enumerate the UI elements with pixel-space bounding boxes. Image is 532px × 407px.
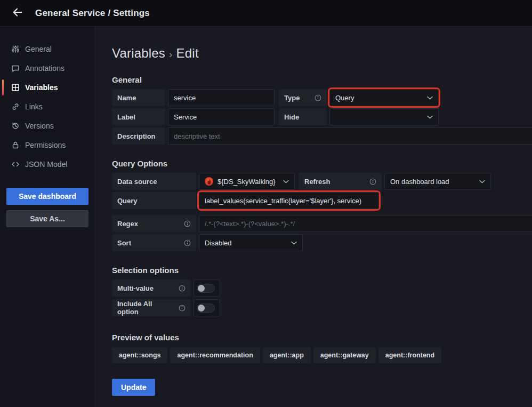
name-type-row: Name service Type Query bbox=[112, 89, 532, 106]
query-input[interactable]: label_values(service_traffic{layer='$lay… bbox=[199, 192, 379, 209]
page-title: General Service / Settings bbox=[35, 8, 150, 19]
multi-value-row: Multi-value bbox=[112, 280, 532, 297]
sidebar-item-links[interactable]: Links bbox=[0, 97, 95, 116]
name-input[interactable]: service bbox=[168, 89, 275, 106]
info-icon bbox=[179, 285, 186, 292]
sidebar-item-label: JSON Model bbox=[25, 160, 67, 169]
include-all-label: Include All option bbox=[112, 299, 191, 316]
breadcrumb-separator: › bbox=[165, 49, 176, 60]
datasource-select[interactable]: ${DS_SkyWalking} bbox=[199, 173, 295, 190]
datasource-refresh-row: Data source ${DS_SkyWalking} Refresh On … bbox=[112, 173, 532, 190]
grid-icon bbox=[11, 83, 20, 92]
type-select[interactable]: Query bbox=[329, 89, 439, 106]
description-label: Description bbox=[112, 127, 165, 145]
label-label: Label bbox=[112, 108, 165, 125]
sidebar-item-label: Annotations bbox=[25, 64, 65, 73]
preview-values: agent::songs agent::recommendation agent… bbox=[112, 347, 532, 363]
update-button[interactable]: Update bbox=[112, 379, 155, 396]
link-icon bbox=[11, 102, 20, 111]
sidebar-item-general[interactable]: General bbox=[0, 39, 95, 59]
sidebar-item-label: Variables bbox=[25, 83, 58, 92]
multi-value-label: Multi-value bbox=[112, 280, 191, 297]
sidebar-item-annotations[interactable]: Annotations bbox=[0, 59, 95, 78]
include-all-toggle[interactable] bbox=[194, 299, 220, 316]
sidebar-item-permissions[interactable]: Permissions bbox=[0, 135, 95, 155]
arrow-left-icon bbox=[12, 6, 23, 20]
back-button[interactable] bbox=[10, 5, 26, 21]
sidebar-item-label: Permissions bbox=[25, 141, 66, 149]
hide-label: Hide bbox=[279, 108, 327, 125]
description-row: Description descriptive text bbox=[112, 127, 532, 145]
refresh-select[interactable]: On dashboard load bbox=[384, 173, 491, 190]
breadcrumb-section[interactable]: Variables bbox=[112, 46, 165, 60]
chevron-down-icon bbox=[291, 241, 297, 245]
include-all-row: Include All option bbox=[112, 299, 532, 316]
refresh-label: Refresh bbox=[299, 173, 382, 190]
chevron-down-icon bbox=[479, 180, 485, 183]
chevron-down-icon bbox=[427, 115, 433, 119]
regex-input[interactable]: /.*-(?<text>.*)-(?<value>.*)-.*/ bbox=[199, 215, 532, 232]
chevron-down-icon bbox=[427, 96, 433, 100]
regex-label: Regex bbox=[112, 215, 196, 232]
breadcrumb-page: Edit bbox=[176, 46, 199, 60]
query-row: Query label_values(service_traffic{layer… bbox=[112, 192, 532, 209]
description-input[interactable]: descriptive text bbox=[168, 127, 532, 145]
sidebar-item-versions[interactable]: Versions bbox=[0, 116, 95, 135]
info-icon bbox=[184, 220, 191, 227]
regex-row: Regex /.*-(?<text>.*)-(?<value>.*)-.*/ bbox=[112, 215, 532, 232]
sidebar-item-label: Versions bbox=[25, 122, 54, 130]
chevron-down-icon bbox=[283, 180, 289, 183]
type-label: Type bbox=[279, 89, 327, 106]
lock-icon bbox=[11, 141, 20, 149]
name-label: Name bbox=[112, 89, 165, 106]
label-hide-row: Label Service Hide bbox=[112, 108, 532, 125]
general-section-title: General bbox=[112, 75, 532, 84]
page-header: General Service / Settings bbox=[0, 0, 532, 27]
hide-select[interactable] bbox=[329, 108, 439, 125]
preview-value-chip: agent::recommendation bbox=[170, 347, 260, 363]
info-icon bbox=[184, 240, 191, 246]
active-indicator bbox=[2, 79, 4, 95]
comment-icon bbox=[11, 64, 20, 73]
sidebar-item-label: General bbox=[25, 45, 52, 53]
info-icon bbox=[179, 305, 186, 312]
settings-sidebar: General Annotations Variables Links bbox=[0, 27, 95, 407]
skywalking-datasource-icon bbox=[205, 177, 213, 186]
preview-value-chip: agent::songs bbox=[112, 347, 167, 363]
history-icon bbox=[11, 122, 20, 130]
sort-row: Sort Disabled bbox=[112, 234, 532, 251]
sort-label: Sort bbox=[112, 234, 196, 251]
sidebar-item-variables[interactable]: Variables bbox=[0, 78, 95, 97]
code-icon bbox=[11, 160, 20, 169]
preview-value-chip: agent::gateway bbox=[313, 347, 376, 363]
preview-value-chip: agent::app bbox=[263, 347, 311, 363]
multi-value-toggle[interactable] bbox=[194, 280, 220, 297]
save-dashboard-button[interactable]: Save dashboard bbox=[6, 188, 88, 205]
info-icon bbox=[315, 94, 321, 101]
datasource-label: Data source bbox=[112, 173, 196, 190]
preview-title: Preview of values bbox=[112, 333, 532, 342]
sort-select[interactable]: Disabled bbox=[199, 234, 303, 251]
info-icon bbox=[369, 178, 376, 185]
selection-options-title: Selection options bbox=[112, 266, 532, 275]
sidebar-item-label: Links bbox=[25, 102, 43, 111]
variable-edit-panel: Variables›Edit General Name service Type… bbox=[95, 27, 532, 407]
label-input[interactable]: Service bbox=[168, 108, 275, 125]
sliders-icon bbox=[11, 45, 20, 53]
breadcrumb: Variables›Edit bbox=[112, 46, 532, 61]
query-label: Query bbox=[112, 192, 196, 209]
preview-value-chip: agent::frontend bbox=[378, 347, 441, 363]
save-as-button[interactable]: Save As... bbox=[6, 210, 88, 227]
query-options-title: Query Options bbox=[112, 159, 532, 168]
sidebar-item-json-model[interactable]: JSON Model bbox=[0, 155, 95, 174]
